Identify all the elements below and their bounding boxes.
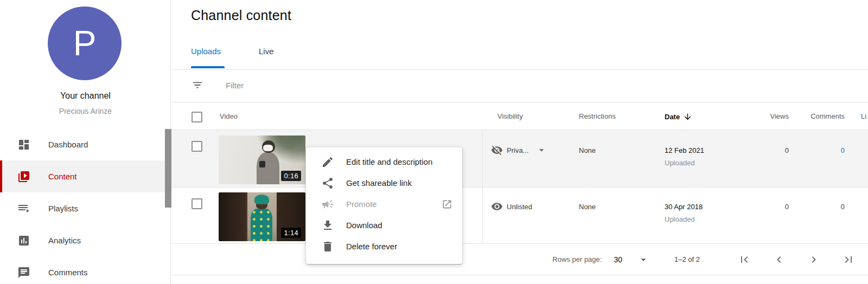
- restrictions-cell: None: [579, 203, 596, 211]
- comments-column-header: Comments: [792, 112, 845, 120]
- rows-per-page-label: Rows per page:: [552, 255, 602, 263]
- chevron-down-icon[interactable]: [536, 145, 547, 156]
- restrictions-column-header: Restrictions: [579, 112, 616, 120]
- next-page-icon[interactable]: [807, 253, 820, 266]
- sidebar-item-analytics[interactable]: Analytics: [0, 224, 171, 256]
- views-cell: 0: [738, 146, 789, 154]
- rows-per-page-dropdown-icon[interactable]: [637, 254, 649, 266]
- video-context-menu: Edit title and description Get shareable…: [306, 147, 462, 264]
- eye-icon: [491, 201, 503, 212]
- pagination-range-label: 1–2 of 2: [674, 255, 700, 263]
- date-value: 30 Apr 2018: [665, 203, 703, 211]
- visibility-cell[interactable]: Priva...: [491, 144, 547, 156]
- table-header: Video Visibility Restrictions Date Views…: [171, 102, 868, 130]
- menu-item-label: Delete forever: [346, 242, 397, 251]
- menu-item-label: Download: [346, 221, 382, 230]
- sidebar-item-comments[interactable]: Comments: [0, 256, 171, 284]
- menu-item-label: Promote: [346, 199, 377, 209]
- likes-column-header: Li: [861, 112, 866, 120]
- filter-icon[interactable]: [192, 79, 203, 91]
- open-in-new-icon: [442, 199, 452, 210]
- duration-badge: 1:14: [281, 228, 301, 238]
- date-cell: 12 Feb 2021 Uploaded: [665, 146, 704, 167]
- date-cell: 30 Apr 2018 Uploaded: [665, 203, 703, 223]
- comments-cell: 0: [792, 203, 845, 211]
- last-page-icon[interactable]: [842, 253, 855, 266]
- restrictions-cell: None: [579, 146, 596, 154]
- video-library-icon: [17, 170, 30, 183]
- table-row: 0:16 Priva... None 12 Feb 2021 Uploaded …: [171, 130, 868, 188]
- video-column-header: Video: [220, 112, 238, 120]
- views-cell: 0: [738, 203, 789, 211]
- table-row: 1:14 Unlisted None 30 Apr 2018 Uploaded …: [171, 188, 868, 244]
- menu-item-label: Get shareable link: [346, 178, 412, 188]
- avatar[interactable]: P: [48, 7, 122, 80]
- duration-badge: 0:16: [281, 171, 301, 181]
- views-column-header: Views: [738, 112, 789, 120]
- dashboard-icon: [17, 138, 30, 151]
- tab-uploads[interactable]: Uploads: [191, 47, 221, 56]
- sidebar: P Your channel Precious Arinze Dashboard…: [0, 0, 171, 284]
- row-checkbox[interactable]: [192, 141, 202, 152]
- visibility-cell[interactable]: Unlisted: [491, 201, 532, 212]
- sidebar-item-playlists[interactable]: Playlists: [0, 192, 171, 224]
- column-separator: [482, 130, 483, 244]
- sidebar-item-dashboard[interactable]: Dashboard: [0, 128, 171, 160]
- menu-item-get-shareable-link[interactable]: Get shareable link: [306, 172, 462, 193]
- comment-icon: [17, 266, 30, 279]
- download-icon: [321, 219, 334, 232]
- sidebar-item-label: Analytics: [48, 236, 81, 245]
- menu-item-label: Edit title and description: [346, 157, 432, 166]
- tabs-divider: [171, 69, 868, 70]
- table-footer: Rows per page: 30 1–2 of 2: [171, 244, 868, 275]
- sidebar-scrollbar[interactable]: [165, 129, 171, 208]
- date-sub-label: Uploaded: [665, 215, 703, 223]
- video-thumbnail[interactable]: 0:16: [219, 135, 305, 184]
- tab-live[interactable]: Live: [259, 47, 274, 56]
- playlist-icon: [17, 202, 30, 215]
- visibility-value: Priva...: [507, 146, 528, 154]
- date-value: 12 Feb 2021: [665, 146, 704, 154]
- trash-icon: [321, 240, 334, 253]
- video-thumbnail[interactable]: 1:14: [219, 192, 305, 241]
- visibility-column-header: Visibility: [497, 112, 523, 120]
- avatar-letter: P: [73, 23, 97, 63]
- edit-icon: [321, 156, 334, 169]
- eye-off-icon: [491, 144, 503, 156]
- page-title: Channel content: [191, 8, 291, 23]
- date-sub-label: Uploaded: [665, 159, 704, 167]
- channel-label: Your channel: [0, 91, 171, 101]
- menu-item-delete-forever[interactable]: Delete forever: [306, 236, 462, 257]
- sort-descending-icon: [683, 112, 692, 121]
- megaphone-icon: [321, 198, 334, 211]
- analytics-icon: [17, 234, 30, 247]
- filter-input[interactable]: [226, 78, 443, 92]
- menu-item-edit-title[interactable]: Edit title and description: [306, 151, 462, 172]
- sidebar-item-label: Content: [48, 172, 77, 181]
- rows-per-page-value[interactable]: 30: [614, 255, 622, 264]
- date-column-header[interactable]: Date: [665, 112, 692, 121]
- visibility-value: Unlisted: [507, 203, 532, 211]
- menu-item-download[interactable]: Download: [306, 215, 462, 236]
- menu-item-promote[interactable]: Promote: [306, 193, 462, 215]
- date-column-label: Date: [665, 113, 680, 121]
- channel-name: Precious Arinze: [0, 107, 171, 115]
- previous-page-icon[interactable]: [773, 253, 786, 266]
- sidebar-item-content[interactable]: Content: [0, 160, 171, 192]
- pagination-controls: [716, 253, 855, 266]
- select-all-checkbox[interactable]: [192, 112, 202, 122]
- sidebar-item-label: Playlists: [48, 204, 78, 213]
- sidebar-nav: Dashboard Content Playlists Analytics: [0, 128, 171, 284]
- sidebar-item-label: Dashboard: [48, 140, 88, 149]
- sidebar-item-label: Comments: [48, 268, 88, 277]
- first-page-icon[interactable]: [738, 253, 751, 266]
- channel-content-page: P Your channel Precious Arinze Dashboard…: [0, 0, 868, 284]
- row-checkbox[interactable]: [192, 198, 202, 209]
- active-tab-underline: [191, 66, 225, 68]
- share-icon: [321, 177, 334, 190]
- comments-count-link[interactable]: 0: [841, 146, 845, 154]
